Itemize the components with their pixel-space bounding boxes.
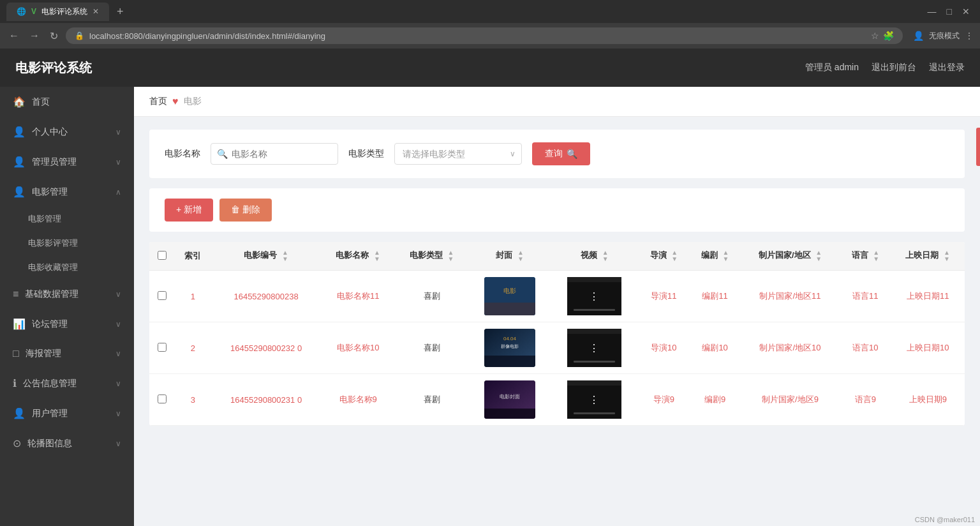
row-movie-code: 16455290800231 0 [211,374,322,426]
col-language[interactable]: 语言 ▲▼ [840,242,891,271]
video-thumbnail[interactable]: ⋮ [567,277,621,315]
profile-icon[interactable]: 👤 [913,31,924,41]
row-checkbox[interactable] [158,343,167,352]
col-movie-name[interactable]: 电影名称 ▲▼ [321,242,394,271]
forward-button[interactable]: → [27,27,42,44]
sidebar-item-slideshow[interactable]: ⊙ 轮播图信息 ∨ [0,428,134,458]
sidebar-item-admin-mgmt[interactable]: 👤 管理员管理 ∨ [0,147,134,177]
breadcrumb-home[interactable]: 首页 [149,96,167,107]
chevron-down-icon: ∨ [115,379,121,388]
search-btn-icon: 🔍 [567,149,577,159]
row-checkbox-cell [149,271,175,322]
tab-v-icon: V [31,7,36,16]
sort-icon: ▲▼ [447,250,454,262]
row-checkbox[interactable] [158,395,167,403]
tab-title: 电影评论系统 [41,6,87,17]
tab-close-icon[interactable]: ✕ [93,7,99,16]
content-area: 首页 ♥ 电影 电影名称 🔍 电影类型 请选择电影类型 喜剧 [134,87,980,526]
row-director: 导演9 [638,374,689,426]
col-video[interactable]: 视频 ▲▼ [551,242,638,271]
row-release-date: 上映日期9 [891,374,965,426]
sidebar-item-label: 基础数据管理 [25,289,109,300]
sidebar-item-label: 公告信息管理 [23,378,109,389]
extension-icon[interactable]: 🧩 [883,31,894,41]
sidebar-item-personal[interactable]: 👤 个人中心 ∨ [0,117,134,147]
movie-cover-image: 战 争 电影封面 [484,277,535,315]
svg-rect-20 [567,380,621,386]
sidebar-sub-item-movie-review[interactable]: 电影影评管理 [0,231,134,255]
slideshow-icon: ⊙ [13,437,21,449]
browser-window-controls: — □ ✕ [924,5,974,18]
address-bar-actions: ☆ 🧩 [871,31,894,41]
svg-rect-7 [574,309,615,311]
row-country: 制片国家/地区9 [741,374,840,426]
delete-button[interactable]: 🗑 删除 [219,199,272,222]
row-director: 导演10 [638,322,689,374]
browser-right-icons: 👤 无痕模式 ⋮ [913,31,974,41]
browser-tab[interactable]: 🌐 V 电影评论系统 ✕ [6,3,109,21]
close-window-icon[interactable]: ✕ [958,5,974,18]
right-edge-bar [976,128,980,166]
svg-rect-18 [484,409,535,419]
sidebar-item-notice[interactable]: ℹ 公告信息管理 ∨ [0,368,134,398]
sidebar-item-user[interactable]: 👤 用户管理 ∨ [0,398,134,428]
movie-name-input[interactable] [211,143,338,165]
video-thumbnail[interactable]: ⋮ [567,380,621,419]
poster-icon: □ [13,348,19,359]
sidebar-item-label: 首页 [32,96,121,108]
sidebar-item-home[interactable]: 🏠 首页 [0,87,134,117]
new-tab-button[interactable]: + [117,5,124,19]
add-button[interactable]: + 新增 [165,199,213,222]
logout-button[interactable]: 退出登录 [929,62,965,73]
col-movie-code[interactable]: 电影编号 ▲▼ [211,242,322,271]
col-editor[interactable]: 编剧 ▲▼ [689,242,740,271]
sidebar-item-label: 论坛管理 [32,319,109,330]
sort-icon: ▲▼ [944,250,950,262]
menu-icon[interactable]: ⋮ [965,31,974,41]
svg-text:⋮: ⋮ [589,291,599,302]
svg-text:⋮: ⋮ [589,343,599,354]
watermark: CSDN @maker011 [915,516,975,523]
sidebar-item-forum[interactable]: 📊 论坛管理 ∨ [0,309,134,339]
sidebar-item-label: 海报管理 [26,348,109,359]
add-btn-label: + 新增 [176,204,202,216]
browser-chrome: 🌐 V 电影评论系统 ✕ + — □ ✕ [0,0,980,23]
back-button[interactable]: ← [6,27,22,44]
col-country[interactable]: 制片国家/地区 ▲▼ [741,242,840,271]
sort-icon: ▲▼ [873,250,879,262]
minimize-icon[interactable]: — [924,5,940,18]
refresh-button[interactable]: ↻ [47,27,61,45]
row-video: ⋮ [551,271,638,322]
table-header-row: 索引 电影编号 ▲▼ 电影名称 ▲▼ 电影类型 [149,242,965,271]
row-checkbox[interactable] [158,291,167,300]
maximize-icon[interactable]: □ [943,5,956,18]
header-right: 管理员 admin 退出到前台 退出登录 [805,62,965,73]
movie-cover-image: 04.04 群像电影 [484,329,535,367]
breadcrumb-current: 电影 [184,96,202,107]
sidebar-sub-item-movie-manage[interactable]: 电影管理 [0,207,134,231]
col-director[interactable]: 导演 ▲▼ [638,242,689,271]
chevron-down-icon: ∨ [115,320,121,329]
sidebar-item-basic-data[interactable]: ≡ 基础数据管理 ∨ [0,280,134,309]
movie-type-select[interactable]: 请选择电影类型 喜剧 动作 爱情 [394,143,522,165]
video-thumbnail[interactable]: ⋮ [567,329,621,367]
star-icon[interactable]: ☆ [871,31,879,41]
sidebar-item-label: 个人中心 [32,126,109,138]
svg-text:电影封面: 电影封面 [500,394,520,400]
sidebar-item-movie-mgmt[interactable]: 👤 电影管理 ∧ [0,177,134,207]
col-release-date[interactable]: 上映日期 ▲▼ [891,242,965,271]
address-bar[interactable]: 🔒 localhost:8080/dianyingpingluen/admin/… [66,27,903,44]
back-to-front-button[interactable]: 退出到前台 [872,62,916,73]
data-table-wrap: 索引 电影编号 ▲▼ 电影名称 ▲▼ 电影类型 [149,242,965,426]
row-language: 语言10 [840,322,891,374]
svg-rect-22 [574,412,615,414]
col-cover[interactable]: 封面 ▲▼ [468,242,551,271]
sidebar-item-poster[interactable]: □ 海报管理 ∨ [0,339,134,368]
sidebar-sub-item-movie-collect[interactable]: 电影收藏管理 [0,255,134,280]
col-movie-type[interactable]: 电影类型 ▲▼ [395,242,468,271]
sub-item-label: 电影收藏管理 [28,262,78,273]
select-all-checkbox[interactable] [158,251,167,260]
query-button[interactable]: 查询 🔍 [532,142,590,165]
chevron-down-icon: ∨ [115,409,121,418]
sort-icon: ▲▼ [815,250,822,262]
